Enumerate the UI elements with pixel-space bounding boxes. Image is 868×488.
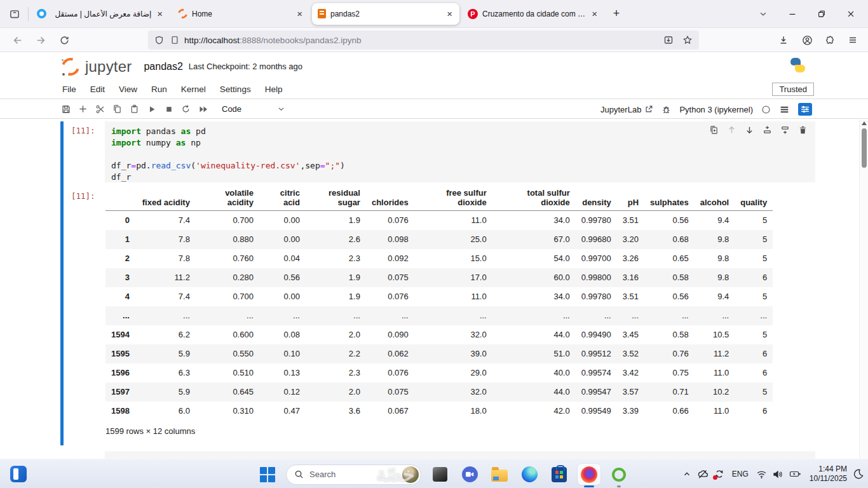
account-button[interactable] [797, 30, 817, 50]
menu-file[interactable]: File [55, 85, 83, 94]
cell-value: 5 [735, 287, 773, 306]
restart-run-all-button[interactable] [194, 101, 212, 118]
tab-close-button[interactable]: × [295, 9, 304, 18]
tab-title: Cruzamento da cidade com sem [482, 10, 586, 18]
cell-value: 0.66 [644, 402, 695, 421]
wifi-button[interactable] [756, 470, 767, 479]
cell-value: 0.75 [644, 363, 695, 383]
notebook-scrollbar[interactable] [859, 119, 868, 459]
cell-value: 9.8 [695, 249, 735, 268]
forward-button[interactable] [31, 30, 50, 50]
cell-value: ... [492, 306, 576, 325]
reload-button[interactable] [55, 30, 74, 50]
close-window-button[interactable] [837, 4, 864, 24]
start-button[interactable] [256, 464, 279, 485]
menu-settings[interactable]: Settings [213, 85, 258, 94]
tab-close-button[interactable]: × [590, 9, 599, 18]
update-pending-button[interactable] [714, 469, 724, 479]
jupyter-icon [176, 7, 189, 20]
cell-value: 5 [735, 383, 773, 402]
battery-button[interactable] [789, 470, 801, 478]
row-index: 2 [105, 249, 135, 268]
cell-value: 0.700 [196, 211, 259, 230]
url-bar[interactable]: http://localhost:8888/notebooks/pandas2.… [148, 30, 699, 50]
selected-cell-indicator [60, 121, 64, 445]
green-ring-app-icon[interactable] [607, 464, 630, 485]
menu-run[interactable]: Run [144, 85, 174, 94]
move-cell-up-button[interactable] [727, 125, 736, 135]
column-header: chlorides [366, 188, 414, 211]
bookmark-button[interactable] [682, 35, 693, 45]
cell-type-select[interactable]: Code [222, 104, 285, 114]
save-button[interactable] [57, 101, 74, 118]
duplicate-cell-button[interactable] [709, 125, 719, 135]
insert-cell-below-button[interactable] [780, 125, 790, 135]
new-tab-button[interactable]: + [607, 4, 626, 24]
insert-cell-above-button[interactable] [763, 125, 772, 135]
wifi-icon [756, 470, 767, 479]
tab-title: pandas2 [330, 10, 441, 18]
downloads-button[interactable] [774, 30, 793, 50]
menu-view[interactable]: View [112, 85, 144, 94]
edge-icon[interactable] [518, 464, 541, 485]
menu-help[interactable]: Help [258, 85, 290, 94]
insert-cell-button[interactable] [74, 101, 92, 118]
menu-kernel[interactable]: Kernel [174, 85, 213, 94]
volume-button[interactable] [773, 470, 783, 479]
microsoft-store-icon[interactable] [548, 464, 571, 485]
firefox-icon[interactable] [578, 464, 600, 485]
browser-tab-pandas2-active[interactable]: pandas2 × [312, 3, 459, 25]
scrollbar-thumb[interactable] [862, 128, 867, 168]
browser-tab-mostaql[interactable]: إضافة معرض الأعمال | مستقل × [31, 3, 170, 25]
save-page-button[interactable] [663, 35, 674, 45]
interrupt-kernel-button[interactable] [160, 101, 177, 118]
cell-value: 0.880 [196, 230, 259, 249]
tab-separator [28, 7, 29, 21]
run-cell-button[interactable] [143, 101, 160, 118]
windows-logo-icon [260, 467, 275, 482]
menu-edit[interactable]: Edit [83, 85, 112, 94]
cell-value: 15.0 [414, 249, 492, 268]
cell-value: 9.4 [695, 287, 735, 306]
onedrive-paused-button[interactable] [697, 468, 709, 480]
list-all-tabs-button[interactable] [750, 4, 776, 24]
tab-close-button[interactable]: × [156, 9, 164, 18]
jupyter-logo-icon[interactable] [62, 58, 79, 76]
restore-button[interactable] [808, 4, 835, 24]
notebook-title[interactable]: pandas2 [144, 61, 182, 72]
do-not-disturb-button[interactable] [853, 468, 864, 480]
back-button[interactable] [8, 30, 27, 50]
cell-value: 17.0 [414, 268, 492, 287]
browser-tab-pinterest[interactable]: P Cruzamento da cidade com sem × [462, 3, 604, 25]
minimize-button[interactable] [779, 4, 806, 24]
tab-close-button[interactable]: × [445, 9, 454, 18]
code-cell[interactable]: import pandas as pdimport numpy as np df… [105, 121, 815, 182]
notebook-tools-panel-button[interactable] [798, 103, 812, 116]
trusted-badge[interactable]: Trusted [772, 83, 814, 96]
copy-cell-button[interactable] [109, 101, 126, 118]
browser-tab-home[interactable]: Home × [172, 3, 309, 25]
firefox-view-button[interactable] [4, 4, 25, 24]
search-daily-duck-image[interactable] [402, 466, 419, 483]
extensions-button[interactable] [820, 30, 839, 50]
file-explorer-icon[interactable] [488, 464, 511, 485]
app-menu-button[interactable] [843, 30, 862, 50]
taskbar-search[interactable]: Search [286, 464, 421, 485]
debugger-button[interactable] [661, 105, 671, 114]
cell-value: 32.0 [414, 325, 492, 344]
notebook-menu-button[interactable] [779, 104, 790, 115]
tray-expand-button[interactable] [682, 470, 691, 478]
video-chat-app-icon[interactable] [458, 464, 481, 485]
scroll-up-arrow-icon[interactable] [862, 121, 867, 125]
move-cell-down-button[interactable] [745, 125, 754, 135]
kernel-name[interactable]: Python 3 (ipykernel) [679, 105, 753, 114]
language-indicator[interactable]: ENG [730, 470, 750, 478]
paste-cell-button[interactable] [126, 101, 143, 118]
open-jupyterlab-link[interactable]: JupyterLab [600, 105, 653, 114]
restart-kernel-button[interactable] [177, 101, 194, 118]
clock[interactable]: 1:44 PM 10/11/2025 [807, 464, 847, 484]
cut-cell-button[interactable] [92, 101, 109, 118]
workspace-app-icon[interactable] [10, 466, 27, 482]
delete-cell-button[interactable] [798, 125, 808, 135]
dark-box-app-icon[interactable] [428, 464, 451, 485]
